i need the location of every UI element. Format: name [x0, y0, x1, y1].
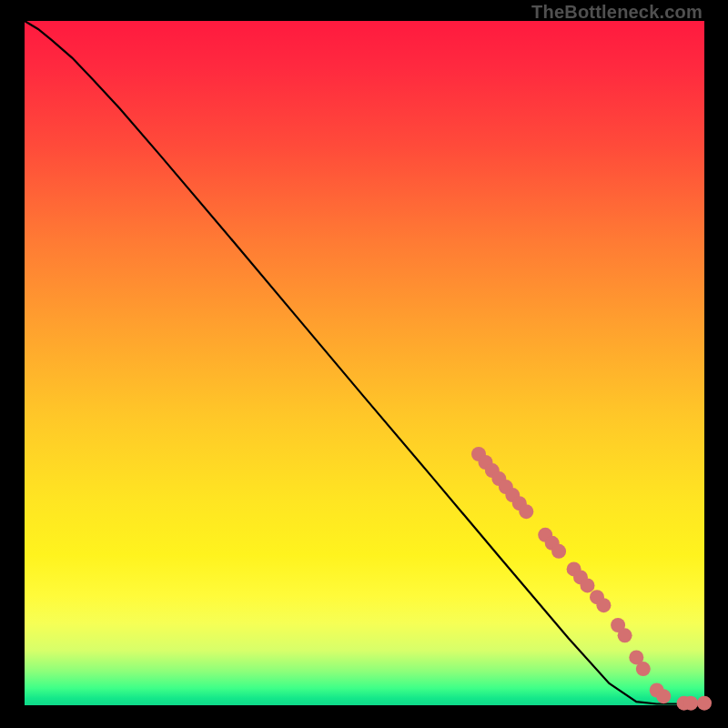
- plot-area: [25, 21, 704, 705]
- marker-group: [471, 447, 712, 711]
- data-marker: [581, 578, 595, 592]
- data-marker: [683, 696, 698, 711]
- chart-svg: [25, 21, 704, 705]
- data-marker: [551, 544, 566, 559]
- data-marker: [636, 662, 651, 676]
- data-marker: [519, 504, 533, 519]
- data-marker: [618, 628, 632, 642]
- chart-stage: TheBottleneck.com: [0, 0, 728, 728]
- data-marker: [656, 689, 671, 703]
- data-marker: [596, 598, 611, 612]
- watermark-text: TheBottleneck.com: [531, 2, 703, 23]
- data-marker: [697, 696, 712, 711]
